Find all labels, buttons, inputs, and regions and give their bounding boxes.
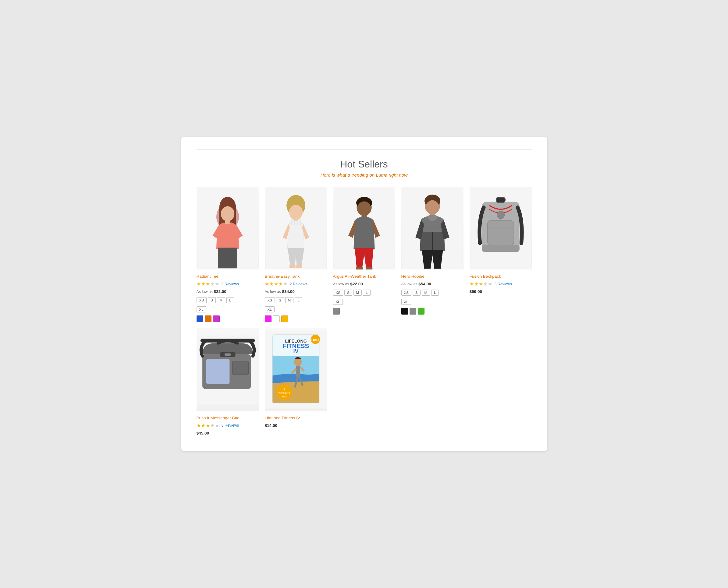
color-options-hero-hoodie [401,308,464,315]
size-s[interactable]: S [344,290,352,296]
size-xl[interactable]: XL [265,306,275,312]
size-l[interactable]: L [431,290,439,296]
size-xs[interactable]: XS [265,297,275,303]
svg-rect-13 [289,265,295,268]
svg-text:LUMA: LUMA [311,339,319,342]
size-xl[interactable]: XL [197,306,206,312]
size-options-argus-tank: XS S M L [333,290,395,296]
size-options-breathe-tank-row2: XL [265,306,327,312]
product-card-lifelong-fitness: LIFELONG FITNESS IV LUMA 5 WORKOUTS INSI… [265,328,327,436]
svg-rect-39 [232,361,249,375]
price-fusion-backpack: $59.00 [470,289,532,294]
svg-text:FITNESS: FITNESS [282,342,309,349]
product-name-radiant-tee[interactable]: Radiant Tee [197,274,259,279]
size-options-argus-tank-row2: XL [333,299,395,305]
color-swatch-magenta[interactable] [265,315,271,322]
color-swatch-grey[interactable] [333,308,340,315]
product-name-argus-tank[interactable]: Argus All-Weather Tank [333,274,395,279]
svg-rect-30 [487,221,514,245]
size-xl[interactable]: XL [401,299,411,305]
price-label-hero-hoodie: As low as $54.00 [401,281,464,287]
svg-rect-38 [224,353,230,356]
svg-rect-21 [365,267,372,270]
color-swatch-white[interactable] [273,315,280,322]
empty-slot-4 [401,328,464,436]
size-options-breathe-tank: XS S M L [265,297,327,303]
stars-messenger-bag: ★ ★ ★ ★ ★ 3 Reviews [197,423,259,428]
size-l[interactable]: L [363,290,370,296]
color-options-radiant-tee [197,315,259,322]
svg-rect-32 [482,245,520,252]
product-card-breathe-easy-tank: Breathe-Easy Tank ★ ★ ★ ★ ★ 2 Reviews As… [265,187,327,322]
svg-point-43 [294,357,302,366]
size-xs[interactable]: XS [333,290,343,296]
product-name-hero-hoodie[interactable]: Hero Hoodie [401,274,464,279]
empty-slot-3 [333,328,395,436]
svg-rect-20 [356,267,362,270]
svg-text:IV: IV [293,348,298,354]
product-image-hero-hoodie[interactable] [401,187,464,270]
section-header: Hot Sellers Here is what`s trending on L… [197,149,532,177]
size-m[interactable]: M [217,297,225,303]
stars-fusion-backpack: ★ ★ ★ ★ ★ 3 Reviews [470,281,532,287]
product-card-fusion-backpack: Fusion Backpack ★ ★ ★ ★ ★ 3 Reviews $59.… [470,187,532,322]
product-image-lifelong-fitness[interactable]: LIFELONG FITNESS IV LUMA 5 WORKOUTS INSI… [265,328,327,411]
size-l[interactable]: L [295,297,302,303]
product-card-radiant-tee: Radiant Tee ★ ★ ★ ★ ★ 3 Reviews As low a… [197,187,259,322]
product-name-fusion-backpack[interactable]: Fusion Backpack [470,274,532,279]
size-m[interactable]: M [285,297,294,303]
size-s[interactable]: S [276,297,284,303]
size-s[interactable]: S [412,290,421,296]
reviews-link-fusion-backpack[interactable]: 3 Reviews [494,282,512,286]
price-label-radiant-tee: As low as $22.00 [197,289,259,294]
svg-rect-6 [225,220,230,225]
color-swatch-blue[interactable] [197,315,203,322]
svg-rect-44 [296,366,300,377]
color-swatch-purple[interactable] [213,315,220,322]
size-m[interactable]: M [422,290,430,296]
price-label-breathe-tank: As low as $34.00 [265,289,327,294]
color-options-argus-tank [333,308,395,315]
svg-point-18 [357,202,371,216]
price-lifelong-fitness: $14.00 [265,423,327,428]
color-swatch-grey[interactable] [409,308,416,315]
size-l[interactable]: L [226,297,234,303]
svg-point-9 [289,205,303,220]
product-name-messenger-bag[interactable]: Push It Messenger Bag [197,415,259,421]
size-xs[interactable]: XS [197,297,207,303]
reviews-link-breathe-tank[interactable]: 2 Reviews [290,282,307,286]
stars-breathe-tank: ★ ★ ★ ★ ★ 2 Reviews [265,281,327,287]
reviews-link-radiant-tee[interactable]: 3 Reviews [222,282,239,286]
product-image-breathe-tank[interactable] [265,187,327,270]
empty-slot-5 [470,328,532,436]
size-options-hero-hoodie-row2: XL [401,299,464,305]
product-image-messenger-bag[interactable] [197,328,259,411]
size-s[interactable]: S [208,297,216,303]
color-swatch-black[interactable] [401,308,408,315]
product-image-radiant-tee[interactable] [197,187,259,270]
product-name-breathe-tank[interactable]: Breathe-Easy Tank [265,274,327,279]
products-grid-row1: Radiant Tee ★ ★ ★ ★ ★ 3 Reviews As low a… [197,187,532,322]
product-image-fusion-backpack[interactable] [470,187,532,270]
svg-text:WORKOUTS: WORKOUTS [279,392,290,394]
stars-radiant-tee: ★ ★ ★ ★ ★ 3 Reviews [197,281,259,287]
color-swatch-orange[interactable] [205,315,211,322]
svg-rect-12 [297,220,300,225]
size-xl[interactable]: XL [333,299,343,305]
svg-rect-11 [291,220,295,225]
product-image-argus-tank[interactable] [333,187,395,270]
product-name-lifelong-fitness[interactable]: LifeLong Fitness IV [265,415,327,421]
size-m[interactable]: M [353,290,362,296]
size-options-radiant-tee-row2: XL [197,306,259,312]
product-card-messenger-bag: Push It Messenger Bag ★ ★ ★ ★ ★ 3 Review… [197,328,259,436]
svg-point-31 [497,211,504,219]
reviews-link-messenger-bag[interactable]: 3 Reviews [222,423,239,427]
svg-rect-35 [206,359,229,384]
color-swatch-yellow[interactable] [281,315,288,322]
product-card-hero-hoodie: Hero Hoodie As low as $54.00 XS S M L XL [401,187,464,322]
svg-rect-29 [496,197,505,203]
color-swatch-green[interactable] [418,308,424,315]
size-xs[interactable]: XS [401,290,411,296]
size-options-hero-hoodie: XS S M L [401,290,464,296]
svg-rect-14 [296,265,302,268]
